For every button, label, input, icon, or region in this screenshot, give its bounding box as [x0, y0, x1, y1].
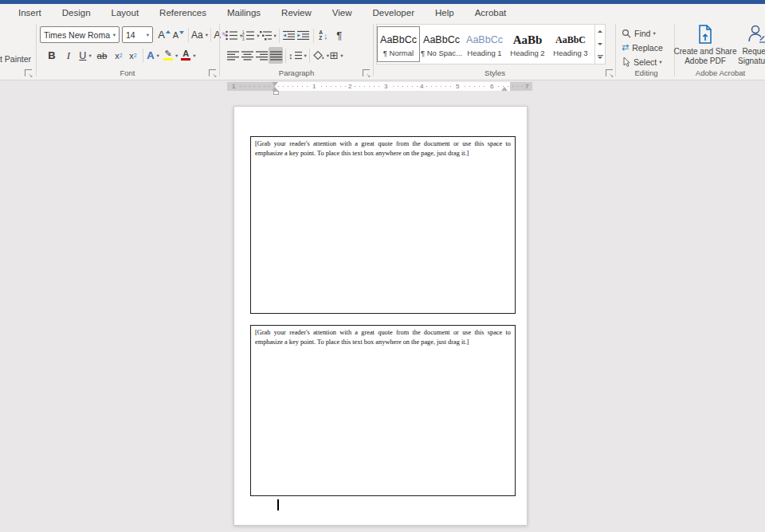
ruler-number: 5 [454, 83, 461, 90]
tab-view[interactable]: View [322, 4, 363, 22]
replace-button[interactable]: ⇄ Replace [622, 41, 663, 54]
tab-mailings[interactable]: Mailings [217, 4, 271, 22]
style-heading-3[interactable]: AaBbC Heading 3 [549, 26, 592, 62]
font-size-combobox[interactable]: 14▾ [122, 26, 153, 43]
document-page[interactable]: [Grab your reader's attention with a gre… [233, 106, 528, 526]
borders-button[interactable]: ⊞ ▾ [329, 47, 343, 64]
subscript-button[interactable]: x2 [112, 47, 126, 64]
group-separator [615, 24, 616, 76]
decrease-indent-button[interactable] [282, 27, 296, 44]
numbered-list-button[interactable]: 123 ▾ [242, 27, 259, 44]
find-button[interactable]: Find ▾ [622, 26, 656, 40]
style-normal[interactable]: AaBbCc ¶ Normal [377, 26, 420, 62]
change-case-button[interactable]: Aa▾ [191, 26, 208, 43]
svg-text:3: 3 [242, 37, 245, 41]
text-highlight-button[interactable]: ✎ ▾ [163, 47, 178, 64]
justify-button[interactable] [269, 47, 283, 64]
tab-design[interactable]: Design [52, 4, 101, 22]
clipboard-group: t Painter ↘ [0, 22, 36, 80]
tab-acrobat[interactable]: Acrobat [465, 4, 517, 22]
chevron-down-icon: ▾ [206, 33, 208, 37]
request-signature-person-icon [747, 24, 765, 45]
align-center-button[interactable] [240, 47, 254, 64]
bold-button[interactable]: B [45, 47, 59, 64]
style-heading-1[interactable]: AaBbCc Heading 1 [463, 26, 506, 62]
text-effects-button[interactable]: A▾ [146, 47, 160, 64]
font-dialog-launcher-icon[interactable]: ↘ [209, 69, 216, 76]
document-area: 1 1 2 3 4 5 6 7 [Grab your reader's atte… [0, 80, 765, 532]
shading-button[interactable]: ▾ [312, 47, 329, 64]
bullet-list-button[interactable]: ▾ [226, 27, 242, 44]
gallery-more-button[interactable] [595, 51, 605, 64]
ruler-number: 1 [230, 83, 237, 90]
tab-developer[interactable]: Developer [363, 4, 425, 22]
font-group: Times New Roma▾ 14▾ A A Aa▾ A✎ [37, 22, 218, 80]
grow-arrow-icon [166, 30, 171, 33]
chevron-down-icon: ▾ [157, 53, 159, 58]
tab-references[interactable]: References [149, 4, 217, 22]
left-indent-marker[interactable] [273, 91, 279, 95]
shrink-font-button[interactable]: A [171, 26, 186, 43]
tab-layout[interactable]: Layout [101, 4, 150, 22]
create-share-pdf-button[interactable]: Create and ShareAdobe PDF [679, 24, 732, 66]
align-left-button[interactable] [226, 47, 240, 64]
sort-button[interactable]: AZ ↓ [316, 27, 331, 44]
show-formatting-marks-button[interactable]: ¶ [332, 27, 347, 44]
strikethrough-button[interactable]: ab [95, 47, 109, 64]
sort-arrow-icon: ↓ [324, 31, 328, 41]
gallery-more-icon [598, 55, 603, 59]
group-separator [219, 24, 220, 76]
align-right-icon [256, 51, 268, 61]
request-signatures-button[interactable]: RequestSignatures [733, 24, 765, 66]
ribbon: t Painter ↘ Times New Roma▾ 14▾ A A [0, 22, 765, 80]
gallery-scroll-down-button[interactable] [595, 37, 605, 50]
horizontal-ruler[interactable]: 1 1 2 3 4 5 6 7 [227, 82, 532, 91]
align-right-button[interactable] [254, 47, 269, 64]
chevron-down-icon [598, 43, 602, 45]
chevron-down-icon: ▾ [659, 60, 661, 65]
adobe-pdf-icon [696, 24, 715, 45]
format-painter-button[interactable]: t Painter [0, 54, 31, 64]
font-color-button[interactable]: A ▾ [181, 47, 195, 64]
justify-icon [270, 51, 282, 61]
multilevel-list-button[interactable]: ▾ [260, 27, 277, 44]
styles-dialog-launcher-icon[interactable]: ↘ [606, 69, 613, 76]
gallery-scroll-up-button[interactable] [595, 25, 605, 37]
chevron-down-icon: ▾ [193, 53, 195, 58]
editing-group: Find ▾ ⇄ Replace Select ▾ Editing [618, 22, 674, 80]
tab-help[interactable]: Help [425, 4, 465, 22]
superscript-button[interactable]: x2 [126, 47, 140, 64]
ruler-number: 6 [488, 83, 495, 90]
underline-button[interactable]: U▾ [78, 47, 92, 64]
adobe-acrobat-group: Create and ShareAdobe PDF RequestSignatu… [676, 22, 765, 80]
clipboard-dialog-launcher-icon[interactable]: ↘ [25, 69, 32, 76]
pull-quote-textbox-2[interactable]: [Grab your reader's attention with a gre… [250, 325, 516, 496]
chevron-down-icon: ▾ [175, 53, 178, 58]
align-center-icon [241, 51, 253, 61]
italic-button[interactable]: I [61, 47, 76, 64]
line-spacing-button[interactable]: ↕ ▾ [288, 47, 307, 64]
group-separator [373, 24, 374, 76]
right-indent-marker[interactable] [501, 87, 508, 91]
style-no-spacing[interactable]: AaBbCc ¶ No Spac... [420, 26, 463, 62]
paragraph-dialog-launcher-icon[interactable]: ↘ [363, 69, 370, 76]
chevron-down-icon: ▾ [304, 53, 307, 58]
font-name-combobox[interactable]: Times New Roma▾ [40, 26, 120, 43]
grow-font-button[interactable]: A [157, 26, 171, 43]
style-heading-2[interactable]: AaBb Heading 2 [506, 26, 549, 62]
ruler-number: 7 [524, 83, 530, 90]
first-line-indent-marker[interactable] [272, 82, 278, 86]
chevron-down-icon: ▾ [340, 53, 343, 58]
ruler-number: 3 [382, 83, 389, 90]
replace-icon: ⇄ [622, 43, 629, 52]
increase-indent-button[interactable] [296, 27, 311, 44]
highlighter-pen-icon: ✎ [164, 50, 171, 57]
cursor-arrow-icon [622, 57, 630, 67]
chevron-up-icon [598, 30, 602, 33]
shrink-arrow-icon [179, 31, 184, 34]
select-button[interactable]: Select ▾ [622, 55, 661, 68]
chevron-down-icon: ▾ [113, 33, 116, 37]
pull-quote-textbox-1[interactable]: [Grab your reader's attention with a gre… [250, 136, 516, 314]
tab-review[interactable]: Review [271, 4, 322, 22]
tab-insert[interactable]: Insert [8, 4, 52, 22]
